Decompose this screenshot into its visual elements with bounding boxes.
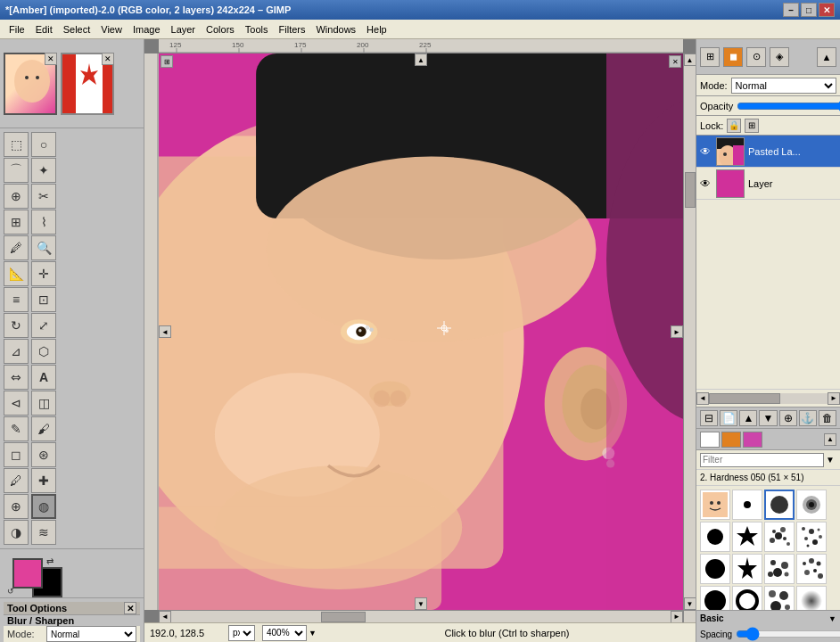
bucket-fill-tool[interactable]: ⊲ [4,391,29,416]
tool-options-close[interactable]: ✕ [124,602,136,614]
layer-scroll-left[interactable]: ◄ [696,392,709,405]
canvas-container[interactable]: ◄ ► ▲ ▼ ⊞ ✕ [159,54,683,610]
move-layer-up[interactable]: ▲ [739,410,757,426]
blur-sharpen-tool[interactable]: ◍ [31,494,56,519]
brush-item-circle-3[interactable] [700,586,730,610]
menu-help[interactable]: Help [361,22,392,37]
layer-scroll-right[interactable]: ► [828,392,840,405]
dodge-burn-tool[interactable]: ◑ [4,520,29,545]
anchor-layer[interactable]: ⚓ [799,410,817,426]
smudge-tool[interactable]: ≋ [31,520,56,545]
move-tool[interactable]: ✛ [31,261,56,286]
delete-layer[interactable]: 🗑 [819,410,836,426]
scroll-left-arrow[interactable]: ◄ [159,611,171,623]
color-picker-tool[interactable]: 🖉 [4,235,29,260]
menu-filters[interactable]: Filters [274,22,311,37]
view-close-icon[interactable]: ✕ [669,55,681,68]
brush-item-fade[interactable] [796,586,827,610]
rp-icon-3[interactable]: ⊙ [746,47,766,67]
lock-pattern-icon[interactable]: ⊞ [745,119,759,133]
minimize-button[interactable]: – [783,3,799,17]
mode-select[interactable]: Normal [46,626,136,642]
blend-tool[interactable]: ◫ [31,391,56,416]
rp-icon-1[interactable]: ⊞ [700,47,720,67]
menu-tools[interactable]: Tools [240,22,274,37]
brush-expand-btn[interactable]: ▲ [824,433,836,446]
perspective-tool[interactable]: ⬡ [31,339,56,364]
brush-filter-input[interactable] [700,453,824,467]
brush-item-dot[interactable] [732,490,762,520]
canvas-nav-up[interactable]: ▲ [415,54,427,66]
pencil-tool[interactable]: ✎ [4,416,29,441]
menu-image[interactable]: Image [128,22,166,37]
close-button[interactable]: ✕ [819,3,835,17]
menu-colors[interactable]: Colors [201,22,240,37]
h-scroll-thumb[interactable] [321,612,366,622]
brush-item-hardness[interactable] [764,490,795,520]
brush-item-large-grunge[interactable] [764,586,795,610]
duplicate-layer[interactable]: ⊕ [779,410,797,426]
heal-tool[interactable]: ✚ [31,468,56,493]
brush-item-star[interactable] [732,522,762,552]
rect-select-tool[interactable]: ⬚ [4,132,29,157]
menu-file[interactable]: File [4,22,30,37]
layer-item-layer[interactable]: 👁 Layer [696,168,840,200]
brush-white-swatch[interactable] [700,432,720,448]
text-tool[interactable]: A [31,365,56,390]
rotate-tool[interactable]: ↻ [4,313,29,338]
rp-icon-2[interactable]: ◼ [723,47,743,67]
ellipse-select-tool[interactable]: ○ [31,132,56,157]
airbrush-tool[interactable]: ⊛ [31,442,56,467]
new-layer-from-visible[interactable]: ⊟ [700,410,718,426]
scale-tool[interactable]: ⤢ [31,313,56,338]
measure-tool[interactable]: 📐 [4,261,29,286]
brush-item-face[interactable] [700,490,730,520]
flip-tool[interactable]: ⇔ [4,365,29,390]
rp-icon-4[interactable]: ◈ [770,47,789,67]
brush-item-soft[interactable] [796,490,827,520]
layers-opacity-slider[interactable] [737,102,840,111]
foreground-color-swatch[interactable] [12,558,43,588]
brush-item-dots[interactable] [796,554,827,584]
menu-view[interactable]: View [95,22,128,37]
layers-mode-select[interactable]: Normal [731,78,836,94]
brush-item-scatter[interactable] [796,522,827,552]
crop-tool[interactable]: ⊡ [31,287,56,312]
scroll-down-arrow[interactable]: ▼ [684,597,696,610]
free-select-tool[interactable]: ⌒ [4,158,29,183]
align-tool[interactable]: ≡ [4,287,29,312]
canvas-nav-down[interactable]: ▼ [415,597,427,610]
zoom-tool[interactable]: 🔍 [31,235,56,260]
canvas-nav-right[interactable]: ► [671,325,683,338]
eraser-tool[interactable]: ◻ [4,442,29,467]
menu-edit[interactable]: Edit [30,22,58,37]
scroll-up-arrow[interactable]: ▲ [684,54,696,66]
ink-tool[interactable]: 🖊 [4,468,29,493]
canvas-area[interactable]: 125 150 175 200 225 [144,39,696,622]
v-scroll-thumb[interactable] [685,172,696,208]
foreground-select[interactable]: ⊞ [4,210,29,235]
menu-windows[interactable]: Windows [310,22,361,37]
fuzzy-select-tool[interactable]: ✦ [31,158,56,183]
brush-item-circle-2[interactable] [700,554,730,584]
paintbrush-tool[interactable]: 🖌 [31,416,56,441]
lock-alpha-icon[interactable]: 🔒 [727,119,741,133]
fullscreen-icon[interactable]: ⊞ [161,55,173,68]
brush-item-grunge[interactable] [764,554,795,584]
layer-visibility-2[interactable]: 👁 [698,177,712,191]
img-tab-close-2[interactable]: ✕ [102,53,114,65]
unit-select[interactable]: px in mm [228,625,255,641]
img-tab-close-1[interactable]: ✕ [45,53,57,65]
paths-tool[interactable]: ⌇ [31,210,56,235]
clone-tool[interactable]: ⊕ [4,494,29,519]
scroll-right-arrow[interactable]: ► [671,611,683,623]
layer-item-pasted[interactable]: 👁 Pasted La... [696,136,840,168]
rp-expand[interactable]: ▲ [817,47,836,67]
new-layer-btn[interactable]: 📄 [720,410,737,426]
zoom-select[interactable]: 50% 100% 200% 400% 800% [262,625,307,641]
layer-visibility-1[interactable]: 👁 [698,144,712,159]
by-color-select[interactable]: ⊕ [4,184,29,209]
canvas-nav-left[interactable]: ◄ [159,325,171,338]
maximize-button[interactable]: □ [801,3,817,17]
move-layer-down[interactable]: ▼ [759,410,777,426]
